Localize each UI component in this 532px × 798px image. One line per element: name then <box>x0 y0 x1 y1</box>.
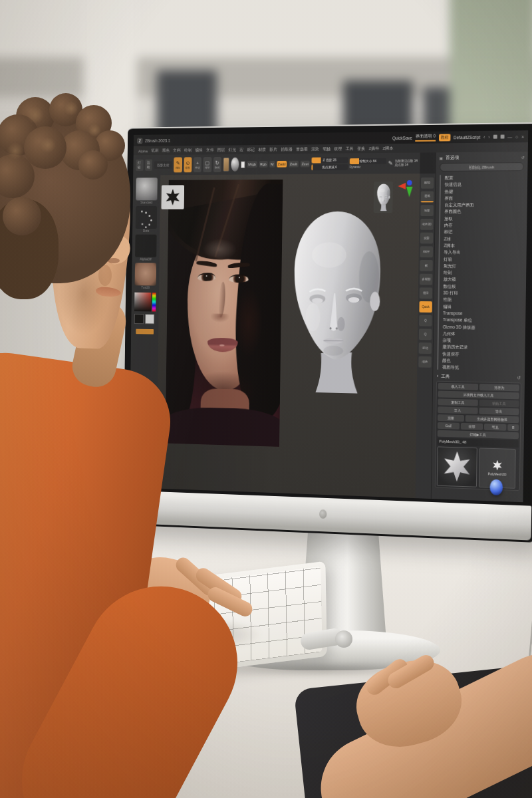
menu-item[interactable]: 图层 <box>217 147 225 153</box>
preferences-item[interactable]: Z脚本 <box>444 242 526 249</box>
menu-item[interactable]: 首选项 <box>296 146 307 152</box>
import-button[interactable]: 导入 <box>438 406 477 414</box>
rotate-mode-button[interactable]: ↻旋转 <box>213 157 221 172</box>
dynamic-toggle[interactable]: Dynamic <box>350 166 386 169</box>
right-shelf-button[interactable]: 多视图 <box>420 274 432 285</box>
menu-item[interactable]: Z脚本 <box>383 146 394 152</box>
save-as-button[interactable]: 另存为 <box>479 384 519 391</box>
preferences-item[interactable]: 热键 <box>445 188 527 196</box>
default-zscript-button[interactable]: DefaultZScript <box>454 134 480 139</box>
menu-item[interactable]: 变换 <box>357 146 365 152</box>
hand-icon[interactable] <box>500 135 504 139</box>
right-shelf-button[interactable]: AA半 <box>420 246 434 257</box>
right-shelf-button[interactable]: 缩放 <box>418 356 431 368</box>
interface-opacity-slider[interactable]: 界面透明 0 <box>416 134 436 142</box>
menu-item[interactable]: 工具 <box>346 146 354 152</box>
clone-button[interactable]: 克隆 <box>438 414 464 422</box>
forward-arrow-icon[interactable]: › <box>488 134 489 139</box>
preferences-item[interactable]: 灯箱 <box>444 256 526 263</box>
current-texture-thumbnail[interactable] <box>135 263 157 285</box>
menu-item[interactable]: 颜色 <box>162 148 170 154</box>
restore-icon[interactable]: ○ <box>515 134 518 139</box>
hue-strip[interactable] <box>152 293 156 312</box>
back-arrow-icon[interactable]: ‹ <box>483 134 485 139</box>
refresh-icon[interactable]: ↺ <box>517 375 521 380</box>
export-button[interactable]: 导出 <box>479 407 519 414</box>
preferences-item[interactable]: 配置 <box>445 174 527 182</box>
current-color-swatch[interactable] <box>241 161 245 168</box>
goz-button[interactable]: GoZ <box>438 422 460 430</box>
right-shelf-button[interactable]: Q <box>419 315 432 327</box>
copy-tool-button[interactable]: 复制工具 <box>438 398 477 406</box>
lightbox-button[interactable]: 灯箱 <box>136 160 143 171</box>
zadd-button[interactable]: Zadd <box>277 161 287 168</box>
menu-item[interactable]: 材质 <box>258 146 266 152</box>
draw-size-slider[interactable]: 绘制大小 64 <box>350 158 386 164</box>
scale-mode-button[interactable]: ▢缩放 <box>203 157 211 172</box>
pin-icon[interactable]: ▣ <box>440 156 444 160</box>
init-zbrush-button[interactable]: 初始化 ZBrush <box>440 162 523 172</box>
menu-item[interactable]: 拾取器 <box>281 146 292 152</box>
preferences-item[interactable]: 聚光灯 <box>444 263 526 270</box>
menu-item[interactable]: 标记 <box>247 147 255 153</box>
zcut-button[interactable]: Zcut <box>301 161 310 168</box>
current-texture-swatch[interactable] <box>223 158 229 172</box>
make-polymesh3d-button[interactable]: 生成多边形网格物体 <box>466 415 519 423</box>
secondary-color-swatch[interactable] <box>134 314 144 324</box>
lightbox-tool-button[interactable]: 灯箱▶工具 <box>438 430 519 438</box>
document-canvas[interactable] <box>156 174 425 498</box>
edit-mode-button[interactable]: ✎编辑 <box>174 157 182 172</box>
hand-icon[interactable] <box>493 135 497 139</box>
preferences-item[interactable]: 标记 <box>444 229 527 235</box>
preferences-item[interactable]: 快速信息 <box>445 181 527 188</box>
active-tool-name[interactable]: PolyMesh3D_ 48 <box>438 438 519 448</box>
menu-item[interactable]: Z插件 <box>369 146 379 152</box>
preferences-item[interactable]: 自定义用户界面 <box>444 201 527 208</box>
simplebrush-sphere-icon[interactable] <box>489 479 503 495</box>
star3d-tool-thumbnail[interactable] <box>161 185 184 209</box>
preferences-item[interactable]: 界面颜色 <box>444 208 527 215</box>
menu-item[interactable]: 笔触 <box>323 146 331 152</box>
zsub-button[interactable]: Zsub <box>289 161 299 168</box>
preferences-item[interactable]: Z球 <box>444 235 527 243</box>
focal-shift-slider[interactable]: 焦点衰减 0 <box>311 164 348 170</box>
right-shelf-button[interactable]: 透视 <box>421 192 434 203</box>
menu-item[interactable]: 文件 <box>206 147 213 153</box>
tutorial-button[interactable]: 教程 <box>439 134 451 141</box>
frame-button[interactable]: 边框 <box>145 160 153 171</box>
menu-item[interactable]: 灯光 <box>229 147 236 153</box>
menu-item[interactable]: 文档 <box>173 148 180 154</box>
minimize-icon[interactable]: — <box>507 134 512 139</box>
menu-item[interactable]: 绘制 <box>184 148 192 154</box>
projection-master-button[interactable]: 投影主控 <box>154 161 172 169</box>
goz-visible-button[interactable]: 可见 <box>484 423 507 430</box>
quicksave-button[interactable]: QuickSave <box>392 136 412 140</box>
right-shelf-button[interactable]: 锁定 <box>420 287 432 299</box>
menu-item[interactable]: 渲染 <box>311 146 319 152</box>
paste-tool-button[interactable]: 粘贴工具 <box>479 399 519 406</box>
goz-r-button[interactable]: R <box>507 424 519 430</box>
menu-item[interactable]: 笔刷 <box>151 148 158 154</box>
current-stroke-thumbnail[interactable] <box>136 206 158 229</box>
primary-color-swatch[interactable] <box>145 314 154 324</box>
active-tool-thumbnail[interactable] <box>437 446 477 487</box>
right-shelf-button[interactable]: Q <box>419 329 432 340</box>
z-intensity-slider[interactable]: Z 强度 25 <box>311 157 348 163</box>
move-mode-button[interactable]: +移动 <box>194 157 201 172</box>
right-shelf-button[interactable]: 缩放3D <box>420 219 434 230</box>
right-shelf-button[interactable]: 地面 <box>420 205 434 216</box>
menu-item[interactable]: 宏 <box>239 147 243 153</box>
preferences-item[interactable]: 3D 打印 <box>443 290 525 297</box>
goz-all-button[interactable]: 全部 <box>461 422 483 430</box>
right-shelf-button[interactable]: 实际 <box>420 233 434 244</box>
m-button[interactable]: M <box>269 161 275 168</box>
preferences-item[interactable]: 拾取 <box>444 215 527 222</box>
right-shelf-button[interactable]: 滚动 <box>419 342 432 354</box>
rgb-button[interactable]: Rgb <box>259 161 267 168</box>
preferences-item[interactable]: 导入导出 <box>444 249 526 257</box>
draw-mode-button[interactable]: ⊙绘制 <box>184 157 192 172</box>
menu-item[interactable]: 编辑 <box>195 147 202 153</box>
mrgb-button[interactable]: Mrgb <box>247 161 257 168</box>
sculpted-head-model[interactable] <box>281 205 389 398</box>
tray-divider-handle[interactable] <box>136 329 154 334</box>
